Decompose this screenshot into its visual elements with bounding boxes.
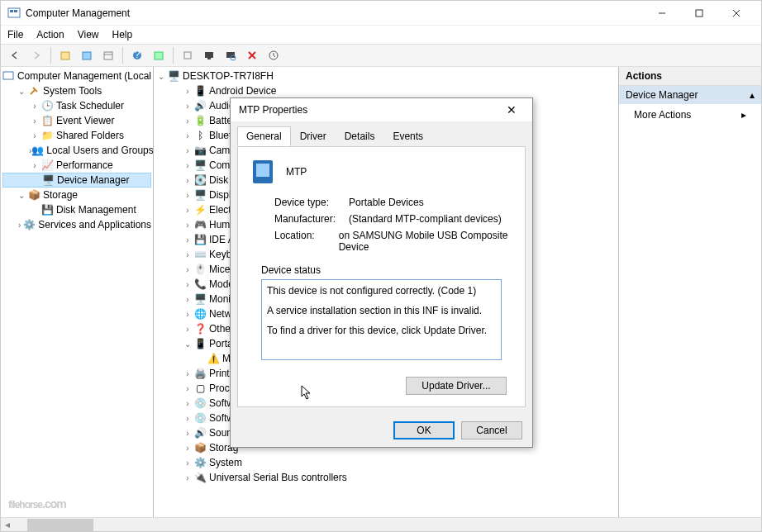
category-icon: 📦 <box>193 441 207 454</box>
tree-event-viewer[interactable]: ›📋Event Viewer <box>2 113 151 128</box>
tree-services[interactable]: ›⚙️Services and Applications <box>2 217 151 232</box>
collapse-icon[interactable]: ⌄ <box>155 72 167 81</box>
expand-icon[interactable]: › <box>182 473 193 482</box>
expand-icon[interactable]: › <box>182 87 193 96</box>
expand-icon[interactable]: › <box>182 369 193 378</box>
watermark: filehorse.com <box>8 487 66 514</box>
scan-icon[interactable] <box>221 46 240 64</box>
tree-label: Storage <box>43 189 78 201</box>
tb-icon-5[interactable] <box>179 46 197 64</box>
collapse-icon[interactable]: ⌄ <box>16 191 27 200</box>
expand-icon[interactable]: › <box>182 444 193 453</box>
manufacturer-label: Manufacturer: <box>274 213 349 225</box>
disk-icon: 💾 <box>40 203 54 216</box>
device-large-icon <box>250 159 276 185</box>
tree-task-scheduler[interactable]: ›🕒Task Scheduler <box>2 98 151 113</box>
tree-local-users[interactable]: ›👥Local Users and Groups <box>2 143 151 158</box>
horizontal-scrollbar[interactable]: ◂ <box>1 517 761 531</box>
scrollbar-thumb[interactable] <box>27 519 93 531</box>
expand-icon[interactable]: › <box>182 414 193 423</box>
tree-disk-mgmt[interactable]: 💾Disk Management <box>2 202 151 217</box>
expand-icon[interactable]: › <box>16 221 23 230</box>
expand-icon[interactable]: › <box>182 458 193 468</box>
expand-icon[interactable]: ⌄ <box>182 340 193 349</box>
expand-icon[interactable]: › <box>182 399 193 408</box>
tab-general[interactable]: General <box>237 126 291 146</box>
tb-icon-1[interactable] <box>56 46 74 64</box>
update-driver-button[interactable]: Update Driver... <box>406 377 507 395</box>
category-icon: 🖱️ <box>193 263 207 276</box>
expand-icon[interactable]: › <box>182 265 193 274</box>
category-icon: ᛒ <box>193 129 207 142</box>
tb-icon-4[interactable] <box>150 46 168 64</box>
expand-icon[interactable]: › <box>182 384 193 393</box>
menu-help[interactable]: Help <box>112 29 133 40</box>
tree-storage[interactable]: ⌄📦Storage <box>2 188 151 202</box>
expand-icon[interactable]: › <box>182 161 193 170</box>
expand-icon[interactable]: › <box>182 191 193 200</box>
expand-icon[interactable]: › <box>29 102 40 111</box>
expand-icon[interactable]: › <box>182 116 193 126</box>
category-icon: 🔌 <box>193 471 207 484</box>
expand-icon[interactable]: › <box>29 131 40 140</box>
expand-icon[interactable]: › <box>182 102 193 111</box>
tree-root[interactable]: Computer Management (Local <box>2 69 151 83</box>
expand-icon[interactable]: › <box>29 161 40 170</box>
expand-icon[interactable]: › <box>182 221 193 230</box>
tb-icon-3[interactable] <box>99 46 117 64</box>
expand-icon[interactable]: › <box>182 429 193 438</box>
category-icon: 🖥️ <box>193 292 207 306</box>
perf-icon: 📈 <box>40 159 54 172</box>
expand-icon[interactable]: › <box>182 206 193 215</box>
computer-icon[interactable] <box>200 46 218 64</box>
delete-icon[interactable] <box>243 46 261 64</box>
tree-shared-folders[interactable]: ›📁Shared Folders <box>2 128 151 143</box>
device-tree-root[interactable]: ⌄ 🖥️ DESKTOP-TR7I8FH <box>155 69 617 83</box>
expand-icon[interactable]: › <box>182 176 193 185</box>
category-icon: 🖨️ <box>193 367 207 380</box>
tree-label: Android Device <box>209 85 276 97</box>
tb-icon-6[interactable] <box>264 46 283 64</box>
tree-performance[interactable]: ›📈Performance <box>2 158 151 173</box>
tab-driver[interactable]: Driver <box>291 126 336 146</box>
ok-button[interactable]: OK <box>393 421 455 439</box>
menu-action[interactable]: Action <box>36 29 64 40</box>
menu-view[interactable]: View <box>78 29 99 40</box>
tree-system-tools[interactable]: ⌄ System Tools <box>2 83 151 98</box>
tree-label: DESKTOP-TR7I8FH <box>183 70 274 82</box>
tab-events[interactable]: Events <box>383 126 432 146</box>
expand-icon[interactable]: › <box>182 235 193 245</box>
close-button[interactable] <box>717 1 755 26</box>
help-icon[interactable]: ? <box>128 46 146 64</box>
expand-icon[interactable]: › <box>182 280 193 289</box>
expand-icon[interactable]: › <box>182 310 193 319</box>
device-category[interactable]: ›📱Android Device <box>155 83 617 98</box>
collapse-icon[interactable]: ⌄ <box>16 87 27 96</box>
dialog-close-button[interactable]: ✕ <box>499 103 524 116</box>
cancel-button[interactable]: Cancel <box>461 421 522 439</box>
tree-device-manager[interactable]: 🖥️Device Manager <box>2 173 151 188</box>
expand-icon[interactable]: › <box>182 131 193 140</box>
maximize-button[interactable] <box>680 1 717 26</box>
device-status-box[interactable]: This device is not configured correctly.… <box>261 279 502 360</box>
expand-icon[interactable]: › <box>29 116 40 126</box>
expand-icon[interactable]: › <box>182 146 193 155</box>
category-icon: 🔋 <box>193 114 207 127</box>
device-category[interactable]: ›⚙️System <box>155 455 617 470</box>
tab-details[interactable]: Details <box>336 126 384 146</box>
device-category[interactable]: ›🔌Universal Serial Bus controllers <box>155 470 617 485</box>
tree-root-label: Computer Management (Local <box>17 70 151 82</box>
back-button[interactable] <box>6 46 24 64</box>
svg-text:?: ? <box>135 50 140 60</box>
actions-group-device-manager[interactable]: Device Manager ▴ <box>619 86 761 104</box>
tree-label: Shared Folders <box>56 130 124 141</box>
menu-file[interactable]: File <box>7 29 23 40</box>
tb-icon-2[interactable] <box>78 46 96 64</box>
actions-more[interactable]: More Actions ▸ <box>619 104 761 126</box>
minimize-button[interactable] <box>643 1 680 26</box>
expand-icon[interactable]: › <box>182 250 193 259</box>
forward-button[interactable] <box>27 46 45 64</box>
actions-item-label: More Actions <box>634 109 691 121</box>
expand-icon[interactable]: › <box>182 295 193 304</box>
expand-icon[interactable]: › <box>182 325 193 334</box>
